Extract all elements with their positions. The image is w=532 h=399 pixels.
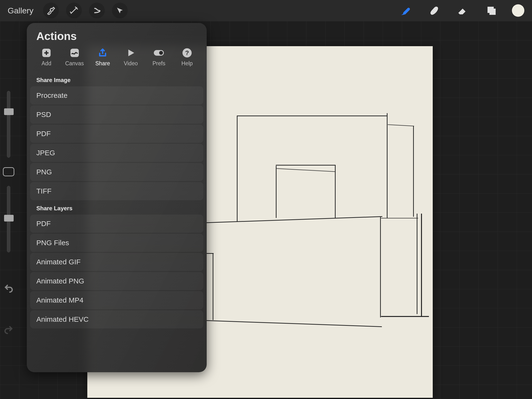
gallery-button[interactable]: Gallery — [8, 6, 33, 15]
tab-label: Canvas — [65, 60, 84, 67]
redo-button[interactable] — [2, 325, 15, 335]
list-item[interactable]: Animated PNG — [30, 272, 203, 290]
brush-opacity-slider[interactable] — [7, 186, 10, 253]
eraser-icon — [457, 5, 468, 16]
section-share-image: Share Image — [27, 72, 207, 86]
actions-button[interactable] — [43, 3, 59, 19]
list-item[interactable]: PNG Files — [30, 234, 203, 252]
list-item[interactable]: PNG — [30, 163, 203, 181]
list-item[interactable]: Animated MP4 — [30, 291, 203, 309]
brush-icon — [399, 5, 411, 16]
selection-button[interactable] — [89, 3, 105, 19]
brush-opacity-thumb[interactable] — [4, 215, 14, 222]
svg-text:?: ? — [185, 49, 189, 57]
list-item[interactable]: JPEG — [30, 144, 203, 162]
panel-tabs: Add Canvas Share Video Prefs ? Help — [27, 48, 207, 72]
eraser-tool[interactable] — [453, 1, 472, 20]
pointer-icon — [115, 6, 124, 15]
list-item[interactable]: Animated GIF — [30, 253, 203, 271]
tab-prefs[interactable]: Prefs — [146, 48, 172, 67]
section-share-layers: Share Layers — [27, 200, 207, 215]
list-item[interactable]: Animated HEVC — [30, 310, 203, 329]
redo-icon — [4, 325, 13, 335]
canvas-icon — [70, 48, 80, 58]
smudge-tool[interactable] — [424, 1, 443, 20]
color-swatch[interactable] — [512, 4, 524, 17]
tab-label: Video — [124, 60, 138, 67]
tab-add[interactable]: Add — [33, 48, 60, 67]
tab-label: Prefs — [153, 60, 165, 67]
top-toolbar: Gallery — [0, 0, 532, 21]
wrench-icon — [47, 6, 55, 15]
help-icon: ? — [182, 48, 192, 58]
tab-label: Share — [95, 60, 110, 67]
undo-button[interactable] — [2, 284, 15, 293]
undo-icon — [4, 284, 13, 293]
panel-title: Actions — [27, 30, 207, 48]
share-icon — [98, 48, 108, 58]
list-item[interactable]: PDF — [30, 215, 203, 233]
tab-label: Add — [42, 60, 51, 67]
tab-help[interactable]: ? Help — [174, 48, 200, 67]
toggle-icon — [154, 48, 164, 58]
tab-canvas[interactable]: Canvas — [61, 48, 88, 67]
modify-button[interactable] — [3, 167, 14, 176]
svg-point-3 — [159, 51, 163, 55]
share-layers-list: PDF PNG Files Animated GIF Animated PNG … — [27, 215, 207, 329]
layers-icon — [486, 5, 497, 16]
list-item[interactable]: Procreate — [30, 86, 203, 105]
smudge-icon — [428, 5, 440, 16]
transform-button[interactable] — [112, 3, 128, 19]
list-item[interactable]: PDF — [30, 125, 203, 143]
tab-video[interactable]: Video — [117, 48, 144, 67]
brush-size-thumb[interactable] — [4, 108, 14, 115]
wand-icon — [70, 6, 78, 15]
side-controls — [0, 91, 17, 335]
actions-panel: Actions Add Canvas Share Video Prefs ? H… — [27, 23, 207, 372]
s-curve-icon — [93, 6, 101, 15]
tab-share[interactable]: Share — [89, 48, 116, 67]
add-icon — [41, 48, 51, 58]
list-item[interactable]: PSD — [30, 106, 203, 124]
adjustments-button[interactable] — [66, 3, 82, 19]
brush-tool[interactable] — [396, 1, 415, 20]
list-item[interactable]: TIFF — [30, 182, 203, 200]
brush-size-slider[interactable] — [7, 91, 10, 158]
tab-label: Help — [181, 60, 193, 67]
share-image-list: Procreate PSD PDF JPEG PNG TIFF — [27, 86, 207, 200]
play-icon — [126, 48, 136, 58]
layers-button[interactable] — [482, 1, 501, 20]
